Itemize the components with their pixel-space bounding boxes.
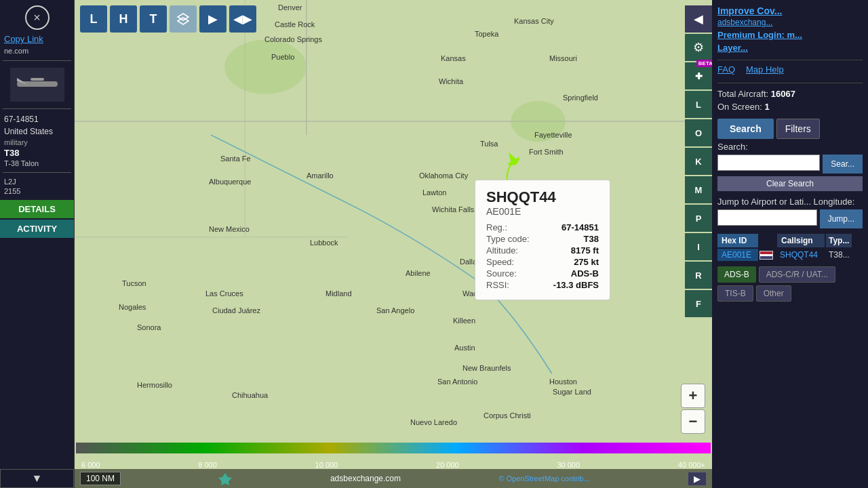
search-label: Search: (717, 142, 863, 152)
map-help-link[interactable]: Map Help (746, 64, 784, 75)
table-row[interactable]: AE001E SHQQT44 T38... (717, 249, 863, 261)
scroll-down-button[interactable]: ▼ (0, 469, 74, 488)
clear-search-button[interactable]: Clear Search (717, 176, 863, 191)
svg-marker-13 (178, 14, 189, 20)
jump-button[interactable]: Jump... (820, 209, 863, 228)
zoom-scale: 100 NM (80, 472, 121, 485)
sidebar-divider-1 (3, 60, 71, 61)
map-k-button[interactable]: K (685, 148, 712, 175)
beta-badge: BETA (696, 60, 712, 67)
th-flag (760, 234, 776, 247)
alt-label-6000: 6 000 (81, 461, 100, 469)
popup-rssi-row: RSSI: -13.3 dBFS (486, 280, 599, 290)
popup-alt-val: 8175 ft (571, 245, 599, 256)
popup-rssi-label: RSSI: (486, 280, 509, 290)
td-type: T38... (826, 249, 852, 261)
popup-type-val: T38 (584, 234, 599, 244)
map-settings-button[interactable]: ⚙ (685, 34, 712, 61)
activity-button[interactable]: ACTIVITY (0, 220, 74, 238)
aircraft-country: United States (0, 125, 74, 138)
osm-credit: © OpenStreetMap contrib... (498, 474, 589, 483)
right-divider-2 (717, 83, 863, 83)
td-callsign: SHQQT44 (777, 249, 825, 261)
adsc-filter-button[interactable]: ADS-C/R / UAT... (759, 266, 835, 283)
th-hexid: Hex ID (717, 234, 758, 247)
adsbexchange-link[interactable]: adsbexchang... (717, 18, 863, 27)
popup-hex: AE001E (486, 206, 599, 217)
svg-marker-14 (178, 18, 189, 24)
popup-reg-val: 67-14851 (561, 222, 599, 232)
popup-rssi-val: -13.3 dBFS (553, 280, 599, 290)
alt-label-40000: 40 000+ (678, 461, 705, 469)
altitude-labels: 6 000 8 000 10 000 20 000 30 000 40 000+ (81, 461, 705, 469)
search-filter-row: Search Filters (717, 119, 863, 139)
filters-button[interactable]: Filters (776, 119, 820, 139)
aircraft-popup: SHQQT44 AE001E Reg.: 67-14851 Type code:… (475, 180, 610, 300)
map-logo-icon (218, 472, 232, 485)
right-divider-1 (717, 60, 863, 60)
toolbar-h-button[interactable]: H (110, 5, 137, 33)
adsb-filter-button[interactable]: ADS-B (717, 266, 756, 283)
svg-rect-2 (31, 78, 44, 81)
popup-type-label: Type code: (486, 234, 530, 244)
toolbar-u-button[interactable]: L (80, 5, 107, 33)
search-input[interactable] (717, 155, 820, 171)
other-filter-button[interactable]: Other (756, 285, 791, 302)
aircraft-category: military (0, 138, 74, 147)
map-o-button[interactable]: O (685, 119, 712, 146)
map-area[interactable]: Denver Castle Rock Colorado Springs Pueb… (75, 0, 712, 488)
alt-label-10000: 10 000 (315, 461, 338, 469)
details-button[interactable]: DETAILS (0, 200, 74, 218)
toolbar-layers-button[interactable] (170, 5, 197, 33)
jump-input[interactable] (717, 209, 817, 226)
map-i-button[interactable]: I (685, 233, 712, 260)
svg-rect-3 (75, 0, 712, 488)
popup-reg-label: Reg.: (486, 222, 507, 232)
total-aircraft-label: Total Aircraft: (717, 89, 768, 99)
jump-row: Jump... (717, 209, 863, 228)
total-aircraft-val: 16067 (771, 89, 795, 99)
map-p-button[interactable]: P (685, 205, 712, 232)
table-header-row: Hex ID Callsign Typ... (717, 234, 863, 247)
zoom-out-button[interactable]: − (681, 409, 705, 434)
zoom-in-button[interactable]: + (681, 384, 705, 408)
th-callsign: Callsign (777, 234, 825, 247)
premium-login-link[interactable]: Premium Login: m... (717, 30, 863, 40)
map-collapse-button[interactable]: ◀ (685, 5, 712, 33)
map-right-controls: ◀ ⚙ ✚ BETA L O K M P I R F (685, 5, 712, 317)
toolbar-next-button[interactable]: ▶ (199, 5, 226, 33)
map-background (75, 0, 712, 488)
alt-label-30000: 30 000 (557, 461, 580, 469)
jump-label: Jump to Airport or Lati... Longitude: (717, 197, 863, 207)
sidebar-divider-2 (3, 108, 71, 109)
map-r-button[interactable]: R (685, 262, 712, 289)
map-f-button[interactable]: F (685, 290, 712, 317)
sidebar-divider-3 (3, 172, 71, 173)
faq-link[interactable]: FAQ (717, 64, 735, 75)
improve-coverage-link[interactable]: Improve Cov... (717, 5, 863, 16)
sidebar-url: ne.com (0, 45, 74, 56)
left-sidebar: × Copy Link ne.com 67-14851 United State… (0, 0, 75, 488)
th-type: Typ... (826, 234, 852, 247)
aircraft-squawk: L2J (0, 177, 74, 186)
map-l-button[interactable]: L (685, 91, 712, 118)
aircraft-marker[interactable] (487, 132, 541, 186)
copy-link[interactable]: Copy Link (0, 33, 74, 45)
tisb-filter-button[interactable]: TIS-B (717, 285, 753, 302)
flag-us-icon (760, 251, 773, 260)
toolbar-t-button[interactable]: T (140, 5, 167, 33)
map-add-button[interactable]: ✚ BETA (685, 62, 712, 89)
aircraft-reg: 67-14851 (0, 113, 74, 125)
toolbar-toggle-button[interactable]: ◀▶ (229, 5, 256, 33)
popup-source-row: Source: ADS-B (486, 268, 599, 279)
close-button[interactable]: × (25, 5, 50, 30)
layer-link[interactable]: Layer... (717, 43, 863, 53)
map-forward-button[interactable]: ▶ (688, 472, 707, 486)
logo-text: adsbexchange.com (330, 474, 401, 483)
source-filter-buttons: ADS-B ADS-C/R / UAT... TIS-B Other (717, 266, 863, 302)
map-m-button[interactable]: M (685, 176, 712, 203)
search-button[interactable]: Search (717, 119, 774, 139)
aircraft-thumbnail (10, 68, 64, 102)
on-screen-label: On Screen: (717, 102, 762, 112)
search-go-button[interactable]: Sear... (823, 155, 863, 174)
